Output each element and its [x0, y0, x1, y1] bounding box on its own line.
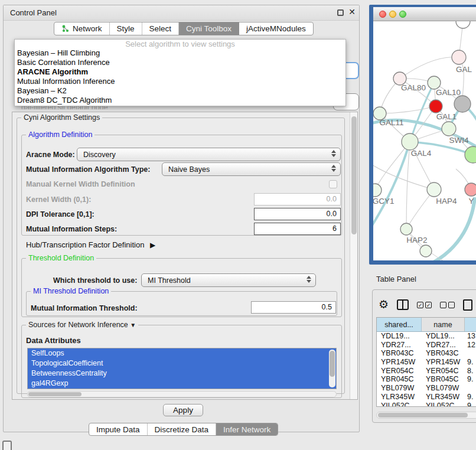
mac-close-icon[interactable] [379, 11, 386, 18]
select-all-columns-icon[interactable]: ✓✓ [417, 302, 432, 308]
network-node[interactable] [400, 223, 412, 235]
algorithm-option[interactable]: ARACNE Algorithm [15, 67, 345, 77]
table-cell[interactable]: YDR27... [422, 341, 465, 350]
network-node[interactable] [456, 21, 470, 28]
table-cell[interactable]: YBR045C [422, 375, 465, 384]
tab-infer-network[interactable]: Infer Network [216, 423, 278, 435]
attributes-scrollbar[interactable] [329, 350, 335, 387]
tab-impute-data[interactable]: Impute Data [89, 423, 148, 435]
attributes-scrollbar-thumb[interactable] [330, 351, 335, 377]
table-row[interactable]: YPR145WYPR145W9. [377, 358, 476, 367]
table-cell[interactable] [465, 384, 476, 393]
table-row[interactable]: YIL052CYIL052C9. [377, 402, 476, 407]
settings-scrollbar-thumb[interactable] [351, 116, 357, 234]
aracne-mode-combo[interactable]: Discovery [77, 148, 341, 161]
table-row[interactable]: YLR345WYLR345W9. [377, 393, 476, 402]
table-cell[interactable]: YBL079W [422, 384, 465, 393]
table-cell[interactable]: YIL052C [422, 402, 465, 407]
gear-icon[interactable]: ⚙ [379, 299, 389, 311]
table-cell[interactable]: YBR045C [377, 375, 422, 384]
tab-network[interactable]: Network [54, 22, 110, 35]
which-threshold-combo[interactable]: MI Threshold [141, 273, 316, 287]
network-view-window[interactable]: GALGAL80GAL10GAL1GAL11GAL4SWI4GCY1HAP4YH… [369, 5, 476, 265]
tab-select[interactable]: Select [142, 22, 180, 35]
table-cell[interactable]: YDR27... [377, 341, 422, 350]
table-row[interactable]: YBR045CYBR045C9. [377, 375, 476, 384]
mi-steps-field[interactable]: 6 [254, 223, 341, 235]
table-cell[interactable] [465, 349, 476, 358]
network-node[interactable] [442, 122, 456, 136]
network-node[interactable] [465, 146, 476, 163]
algorithm-option[interactable]: Bayesian – Hill Climbing [15, 48, 345, 58]
table-cell[interactable]: YDL19... [422, 332, 465, 341]
network-node[interactable] [427, 182, 441, 197]
table-cell[interactable]: YBR043C [422, 349, 465, 358]
algorithm-option[interactable]: Bayesian – K2 [15, 86, 345, 96]
table-row[interactable]: YER054CYER054C8. [377, 367, 476, 376]
table-cell[interactable]: YBR043C [377, 349, 422, 358]
algorithm-option[interactable]: Basic Correlation Inference [15, 58, 345, 67]
network-node[interactable] [402, 133, 418, 150]
network-node[interactable] [373, 184, 382, 197]
table-cell[interactable]: 13 [465, 332, 476, 341]
collapsed-panel-icon[interactable] [2, 441, 12, 450]
table-row[interactable]: YBR043CYBR043C [377, 349, 476, 358]
close-icon[interactable]: ✕ [348, 7, 356, 17]
network-node[interactable] [420, 245, 432, 257]
manual-kernel-checkbox[interactable] [329, 180, 337, 188]
tab-discretize-data[interactable]: Discretize Data [148, 423, 217, 435]
kernel-width-field[interactable]: 0.0 [254, 193, 341, 206]
table-row[interactable]: YBL079WYBL079W [377, 384, 476, 393]
attribute-item[interactable]: SelfLoops [28, 348, 336, 358]
column-layout-icon[interactable] [397, 299, 409, 310]
table-cell[interactable]: YDL19... [377, 332, 422, 341]
mi-threshold-field[interactable]: 0.5 [251, 301, 336, 314]
table-cell[interactable]: YIL052C [377, 402, 422, 407]
attribute-item[interactable]: TopologicalCoefficient [28, 358, 336, 369]
network-node[interactable] [429, 100, 442, 113]
table-cell[interactable]: 12 [465, 341, 476, 350]
tab-jactivemnodules[interactable]: jActiveMNodules [239, 22, 313, 35]
algorithm-option[interactable]: Dream8 DC_TDC Algorithm [15, 96, 345, 105]
hub-definition-expander[interactable]: Hub/Transcription Factor Definition ▶ [26, 240, 155, 249]
table-column-header[interactable]: name [422, 318, 465, 331]
table-cell[interactable]: YER054C [422, 367, 465, 376]
table-cell[interactable]: 9. [465, 375, 476, 384]
table-cell[interactable]: YPR145W [377, 358, 422, 367]
table-cell[interactable]: YER054C [377, 367, 422, 376]
table-column-header[interactable] [465, 318, 476, 331]
dpi-tolerance-field[interactable]: 0.0 [254, 208, 341, 220]
table-row[interactable]: YDR27...YDR27...12 [377, 341, 476, 350]
attribute-item[interactable]: gal4RGexp [28, 379, 336, 389]
table-column-header[interactable]: shared... [377, 318, 422, 331]
network-node[interactable] [465, 183, 476, 196]
data-attributes-list[interactable]: SelfLoopsTopologicalCoefficientBetweenne… [27, 348, 337, 389]
float-window-icon[interactable] [337, 9, 344, 16]
network-node[interactable] [452, 50, 466, 64]
attributes-hscrollbar-thumb[interactable] [28, 392, 81, 396]
export-table-icon[interactable] [463, 299, 472, 311]
table-cell[interactable]: 8. [465, 367, 476, 376]
network-window-titlebar[interactable] [373, 7, 476, 21]
tab-cyni-toolbox[interactable]: Cyni Toolbox [179, 22, 239, 35]
table-cell[interactable]: YBL079W [377, 384, 422, 393]
apply-button[interactable]: Apply [163, 404, 203, 416]
mac-minimize-icon[interactable] [389, 11, 396, 18]
mac-zoom-icon[interactable] [399, 11, 406, 18]
attributes-hscrollbar[interactable] [27, 391, 337, 397]
tab-style[interactable]: Style [110, 22, 142, 35]
sources-group-title[interactable]: Sources for Network Inference ▼ [26, 321, 138, 329]
table-cell[interactable]: 9. [465, 402, 476, 407]
network-node[interactable] [454, 96, 471, 112]
table-row[interactable]: YDL19...YDL19...13 [377, 332, 476, 341]
algorithm-option[interactable]: Mutual Information Inference [15, 77, 345, 86]
network-node[interactable] [428, 76, 441, 89]
table-cell[interactable]: YLR345W [377, 393, 422, 402]
table-hscrollbar-thumb[interactable] [378, 413, 468, 418]
table-cell[interactable]: 9. [465, 393, 476, 402]
network-canvas[interactable]: GALGAL80GAL10GAL1GAL11GAL4SWI4GCY1HAP4YH… [373, 21, 476, 260]
table-cell[interactable]: YPR145W [422, 358, 465, 367]
settings-scrollbar[interactable] [350, 112, 357, 399]
table-hscrollbar[interactable] [376, 412, 476, 419]
table-cell[interactable]: 9. [465, 358, 476, 367]
